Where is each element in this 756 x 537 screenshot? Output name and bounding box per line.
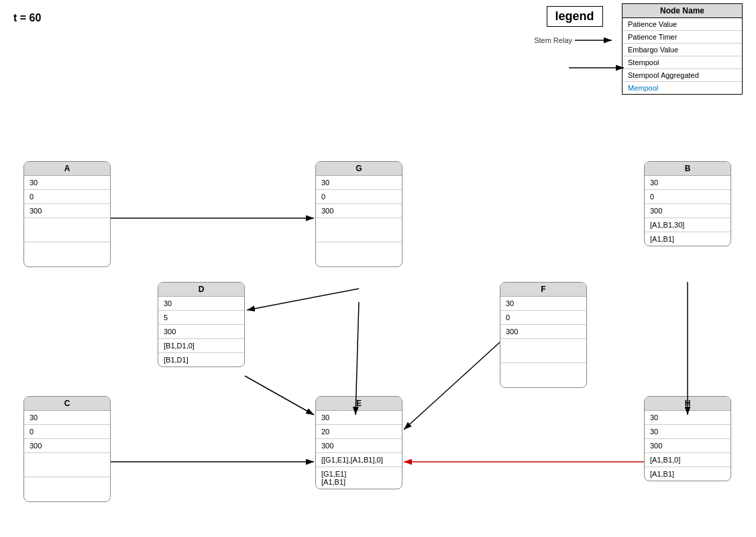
- node-G-embargo-value: 300: [316, 204, 402, 218]
- node-C: C 30 0 300: [23, 396, 111, 502]
- legend-arrow-area: Stem Relay: [534, 35, 615, 46]
- node-F-patience-timer: 0: [500, 311, 586, 325]
- node-C-patience-value: 30: [24, 411, 110, 425]
- node-F-patience-value: 30: [500, 297, 586, 311]
- node-B-stempool: [A1,B1,30]: [645, 218, 731, 232]
- node-H-header: H: [645, 397, 731, 411]
- node-B-stempoolagg: [A1,B1]: [645, 232, 731, 246]
- node-B-patience-value: 30: [645, 176, 731, 190]
- node-E-patience-timer: 20: [316, 425, 402, 439]
- node-F-stempool: [500, 339, 586, 363]
- node-C-embargo-value: 300: [24, 439, 110, 453]
- node-G-header: G: [316, 162, 402, 176]
- node-A-patience-timer: 0: [24, 190, 110, 204]
- node-D-embargo-value: 300: [158, 325, 244, 339]
- arrow-D-E: [245, 376, 314, 415]
- node-H-stempoolagg: [A1,B1]: [645, 467, 731, 481]
- legend-row-embargo-value: Embargo Value: [623, 44, 742, 56]
- node-D-stempool: [B1,D1,0]: [158, 339, 244, 353]
- node-H-patience-timer: 30: [645, 425, 731, 439]
- node-A-header: A: [24, 162, 110, 176]
- node-A-stempool: [24, 218, 110, 242]
- node-C-mempool: [24, 477, 110, 501]
- arrow-F-E: [404, 342, 500, 430]
- node-C-patience-timer: 0: [24, 425, 110, 439]
- node-H-embargo-value: 300: [645, 439, 731, 453]
- node-F-header: F: [500, 283, 586, 297]
- node-A: A 30 0 300: [23, 161, 111, 267]
- t-label: t = 60: [13, 12, 41, 24]
- node-F-mempool: [500, 363, 586, 387]
- legend-row-patience-timer: Patience Timer: [623, 31, 742, 44]
- node-D-patience-timer: 5: [158, 311, 244, 325]
- node-F-embargo-value: 300: [500, 325, 586, 339]
- node-G-stempool: [316, 218, 402, 242]
- node-E-patience-value: 30: [316, 411, 402, 425]
- node-C-header: C: [24, 397, 110, 411]
- node-A-patience-value: 30: [24, 176, 110, 190]
- node-B-embargo-value: 300: [645, 204, 731, 218]
- node-B: B 30 0 300 [A1,B1,30] [A1,B1]: [644, 161, 731, 246]
- node-G-patience-value: 30: [316, 176, 402, 190]
- node-H-patience-value: 30: [645, 411, 731, 425]
- node-C-stempool: [24, 453, 110, 477]
- legend-title: legend: [547, 6, 603, 27]
- node-B-patience-timer: 0: [645, 190, 731, 204]
- node-E-stempool: [[G1,E1],[A1,B1],0]: [316, 453, 402, 467]
- node-A-embargo-value: 300: [24, 204, 110, 218]
- node-E: E 30 20 300 [[G1,E1],[A1,B1],0] [G1,E1] …: [315, 396, 402, 489]
- node-A-mempool: [24, 242, 110, 266]
- legend-row-patience-value: Patience Value: [623, 18, 742, 31]
- arrow-G-D: [247, 289, 359, 310]
- node-H-stempool: [A1,B1,0]: [645, 453, 731, 467]
- node-G: G 30 0 300: [315, 161, 402, 267]
- legend-box: Node Name Patience Value Patience Timer …: [622, 3, 743, 95]
- node-B-header: B: [645, 162, 731, 176]
- legend-row-mempool: Mempool: [623, 82, 742, 94]
- legend-container: legend Stem Relay Node Name Patience Val…: [534, 3, 743, 95]
- node-D-header: D: [158, 283, 244, 297]
- node-D-stempoolagg: [B1,D1]: [158, 353, 244, 367]
- node-D-patience-value: 30: [158, 297, 244, 311]
- node-F: F 30 0 300: [500, 282, 587, 388]
- node-G-patience-timer: 0: [316, 190, 402, 204]
- node-E-stempoolagg: [G1,E1] [A1,B1]: [316, 467, 402, 489]
- legend-header: Node Name: [623, 4, 742, 18]
- node-E-header: E: [316, 397, 402, 411]
- stem-relay-label: Stem Relay: [534, 36, 572, 44]
- node-D: D 30 5 300 [B1,D1,0] [B1,D1]: [158, 282, 245, 367]
- legend-row-stempool-agg: Stempool Aggregated: [623, 69, 742, 82]
- node-H: H 30 30 300 [A1,B1,0] [A1,B1]: [644, 396, 731, 481]
- node-G-mempool: [316, 242, 402, 266]
- node-E-embargo-value: 300: [316, 439, 402, 453]
- legend-row-stempool: Stempool: [623, 56, 742, 69]
